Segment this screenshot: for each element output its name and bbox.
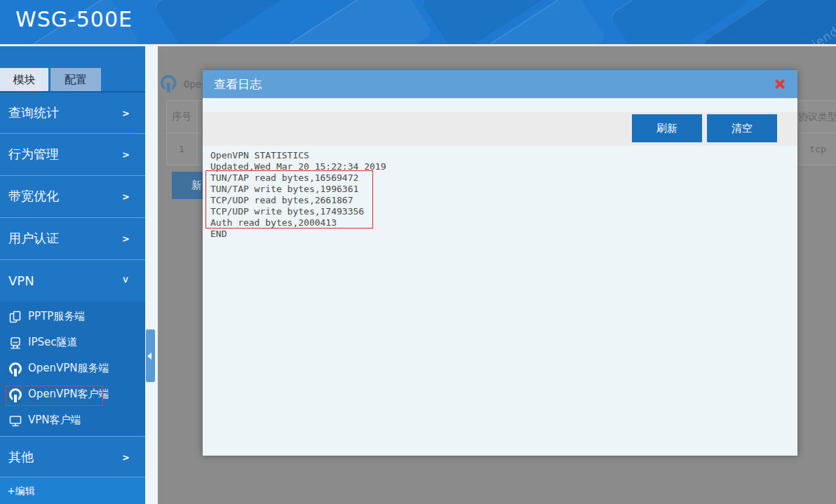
pptp-server-icon <box>9 311 22 323</box>
app-window: friends WSG-500E 模块 配置 查询统计 行为管理 带宽优化 用户… <box>0 0 836 504</box>
modal-title: 查看日志 <box>214 70 262 98</box>
sidebar-item-query-stats[interactable]: 查询统计 <box>0 92 145 133</box>
log-line: Auth read bytes,2000413 <box>210 217 786 229</box>
table-cell-protocol: tcp <box>797 132 836 165</box>
sidebar-item-label: IPSec隧道 <box>28 336 77 349</box>
log-line: TUN/TAP write bytes,1996361 <box>210 184 786 195</box>
log-line: Updated,Wed Mar 20 15:22:34 2019 <box>210 161 786 172</box>
log-line: TCP/UDP write bytes,17493356 <box>210 206 786 217</box>
chevron-left-icon <box>147 353 151 360</box>
chevron-down-icon <box>121 276 131 284</box>
openvpn-icon <box>161 75 177 91</box>
log-line: OpenVPN STATISTICS <box>210 150 786 161</box>
keyboard-pattern-text: friends <box>801 20 836 44</box>
sidebar-item-label: 其他 <box>8 449 34 465</box>
add-button[interactable]: 新 <box>172 172 203 199</box>
sidebar-item-other[interactable]: 其他 <box>0 436 145 477</box>
sidebar-item-label: 查询统计 <box>8 104 59 121</box>
log-output: OpenVPN STATISTICS Updated,Wed Mar 20 15… <box>210 150 786 240</box>
refresh-button[interactable]: 刷新 <box>632 114 702 142</box>
chevron-right-icon <box>122 233 130 244</box>
sidebar-item-label: OpenVPN客户端 <box>28 388 109 401</box>
sidebar-item-vpn-client[interactable]: VPN客户端 <box>0 407 145 433</box>
sidebar-item-openvpn-server[interactable]: OpenVPN服务端 <box>0 355 145 381</box>
monitor-icon <box>9 414 22 427</box>
sidebar-gutter <box>145 46 158 504</box>
table-header-protocol: 协议类型 <box>797 100 836 133</box>
chevron-right-icon <box>122 107 130 118</box>
chevron-right-icon <box>122 191 130 202</box>
chevron-right-icon <box>122 451 130 462</box>
sidebar-item-label: VPN客户端 <box>28 414 81 427</box>
openvpn-icon <box>9 362 22 375</box>
chevron-right-icon <box>122 149 130 160</box>
app-header: friends WSG-500E <box>0 0 836 44</box>
sidebar-item-label: 用户认证 <box>8 230 59 247</box>
log-line: TUN/TAP read bytes,16569472 <box>210 172 786 184</box>
sidebar-item-label: VPN <box>8 273 34 288</box>
table-header-index: 序号 <box>166 100 197 133</box>
sidebar-collapse-handle[interactable] <box>146 329 155 382</box>
tab-config[interactable]: 配置 <box>50 68 101 91</box>
clear-button[interactable]: 清空 <box>707 114 777 142</box>
sidebar: 模块 配置 查询统计 行为管理 带宽优化 用户认证 VPN <box>0 46 145 504</box>
modal-header: 查看日志 <box>203 70 797 98</box>
sidebar-item-ipsec-tunnel[interactable]: IPSec隧道 <box>0 329 145 355</box>
keyboard-pattern <box>153 0 289 44</box>
sidebar-edit-button[interactable]: +编辑 <box>0 477 145 504</box>
sidebar-item-openvpn-client[interactable]: OpenVPN客户端 <box>0 381 145 407</box>
modal-toolbar: 刷新 清空 <box>203 112 797 146</box>
sidebar-item-bandwidth[interactable]: 带宽优化 <box>0 175 145 217</box>
sidebar-item-vpn[interactable]: VPN <box>0 259 145 301</box>
sidebar-item-label: PPTP服务端 <box>28 310 85 323</box>
log-line: END <box>210 229 786 240</box>
view-log-modal: 查看日志 刷新 清空 OpenVPN STATISTICS Updated,We… <box>203 70 797 456</box>
sidebar-item-pptp-server[interactable]: PPTP服务端 <box>0 304 145 329</box>
ipsec-tunnel-icon <box>9 336 22 349</box>
sidebar-item-user-auth[interactable]: 用户认证 <box>0 217 145 259</box>
sidebar-item-label: 带宽优化 <box>8 188 59 205</box>
keyboard-pattern <box>286 0 433 44</box>
tab-modules[interactable]: 模块 <box>0 68 48 91</box>
sidebar-item-behavior-mgmt[interactable]: 行为管理 <box>0 133 145 175</box>
sidebar-item-label: OpenVPN服务端 <box>28 362 109 375</box>
vpn-submenu: PPTP服务端 IPSec隧道 OpenVPN服务端 OpenVPN客户端 <box>0 301 145 436</box>
sidebar-item-label: 行为管理 <box>8 146 59 163</box>
brand-title: WSG-500E <box>15 7 133 32</box>
openvpn-icon <box>9 388 22 401</box>
log-line: TCP/UDP read bytes,2661867 <box>210 195 786 206</box>
close-icon[interactable] <box>774 79 786 90</box>
table-cell-index: 1 <box>166 132 197 165</box>
